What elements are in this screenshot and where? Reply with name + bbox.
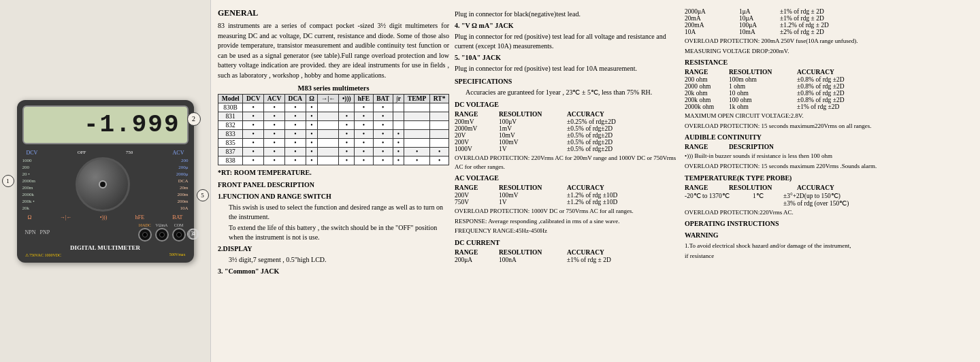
table-cell <box>318 121 339 130</box>
spec-cell: 2000k ohm <box>685 103 729 110</box>
table-cell: • <box>393 139 404 148</box>
jack-voma[interactable] <box>155 228 169 242</box>
warning-label-1: ⚠ 750VAC 1000VDC <box>25 252 62 257</box>
spec-cell: 100mV <box>499 139 567 146</box>
circle-label-5: 5 <box>197 189 209 201</box>
col-dcv: DCV <box>243 95 264 103</box>
table-row: 832••••••• <box>218 121 449 130</box>
table-cell: • <box>373 103 393 112</box>
spec-cell: 20mA <box>685 15 739 22</box>
acv-750-label: 750 <box>126 150 133 156</box>
table-cell: • <box>306 157 317 165</box>
jack3-body: Plug in connector for black(negative)tes… <box>455 10 679 19</box>
table-cell: • <box>243 112 264 121</box>
spec-cell: ±1% of rdg ± 2D <box>780 8 943 15</box>
npn-label: NPN <box>25 229 36 235</box>
dc-h-res: RESOLUTION <box>499 249 567 256</box>
spec-row: 2000 ohm1 ohm±0.8% of rdg ±2D <box>685 83 943 90</box>
table-cell: • <box>284 157 306 165</box>
jack-10a[interactable] <box>138 228 152 242</box>
col-dca: DCA <box>284 95 306 103</box>
multimeter-display: -1.999 <box>22 105 189 144</box>
spec-row: 20k ohm10 ohm±0.8% of rdg ±2D <box>685 90 943 97</box>
dc-h-acc: ACCURACY <box>567 249 679 256</box>
warning1: 1.To avoid electrical shock hazard and/o… <box>685 242 943 250</box>
table-cell <box>430 130 449 139</box>
temp-row: -20℃ to 1370℃1℃±3°+2D(up to 150℃) <box>685 192 943 199</box>
table-cell: • <box>339 139 355 148</box>
spec-cell: 200mA <box>685 22 739 29</box>
spec-row: 2000mV1mV±0.5% of rdg±2D <box>455 125 679 132</box>
rt-note: *RT: ROOM TEMPERATURE. <box>218 168 449 178</box>
range-2000u: 2000μ <box>163 171 189 177</box>
spec-row: 200V100mV±0.5% of rdg±2D <box>455 139 679 146</box>
range-20m: 20m <box>163 185 189 191</box>
dv-h-acc: ACCURACY <box>567 111 679 118</box>
accuracy-note: Accuracies are guranteed for 1year , 23℃… <box>466 88 679 97</box>
col-diode: →|← <box>318 95 339 103</box>
table-cell: • <box>355 112 374 121</box>
temp-cell <box>753 199 783 207</box>
spec-row: 1000V1V±0.5% of rdg±2D <box>455 146 679 152</box>
t-h-range: RANGE <box>685 184 729 191</box>
t-h-acc: ACCURACY <box>797 184 943 191</box>
table-cell: • <box>393 130 404 139</box>
av-h-acc: ACCURACY <box>567 184 679 191</box>
table-row: 837•••••••••• <box>218 148 449 157</box>
range-200m-r: 200m <box>163 192 189 197</box>
table-cell: • <box>243 103 264 112</box>
spec-cell: ±0.5% of rdg±2D <box>567 139 679 146</box>
continuity-desc: •))) Built-in buzzer sounds if resistanc… <box>685 152 943 161</box>
range-2000m: 2000m <box>22 178 43 184</box>
table-cell <box>318 112 339 121</box>
table-cell: • <box>355 121 374 130</box>
warning-title: WARNING <box>685 231 943 240</box>
spec-cell: ±1% of rdg ± 2D <box>780 15 943 22</box>
table-cell: • <box>339 130 355 139</box>
spec-cell: 100m ohm <box>729 76 797 83</box>
general-column: GENERAL 83 instruments are a series of c… <box>218 8 449 354</box>
table-row: 831••••••• <box>218 112 449 121</box>
spec-row: 200μA100nA±1% of rdg ± 2D <box>455 257 679 263</box>
multimeter-body: -1.999 2 DCV OFF 750 ACV 1000 200 20 • 2 <box>17 100 194 263</box>
jack-com[interactable] <box>172 228 186 242</box>
spec-cell: 2000μA <box>685 8 739 15</box>
r-h-range: RANGE <box>685 69 729 76</box>
range-200u: 200μ <box>163 165 189 170</box>
table-cell <box>404 130 430 139</box>
table-cell <box>393 112 404 121</box>
spec-cell: ±0.8% of rdg ±2D <box>797 97 943 103</box>
dv-h-range: RANGE <box>455 111 499 118</box>
ac-freq: FREQUENCY RANGE:45Hz-450Hz <box>455 227 679 235</box>
ac-voltage-title: AC VOLTAGE <box>455 174 679 183</box>
transistor-selector: NPN PNP <box>25 229 50 235</box>
pnp-label: PNP <box>40 229 50 235</box>
item2-body: 3½ digit,7 segment , 0.5"high LCD. <box>229 255 449 265</box>
spec-cell: 10A <box>685 29 739 35</box>
table-cell <box>318 157 339 165</box>
table-cell: • <box>306 112 317 121</box>
spec-cell: 200k ohm <box>685 97 729 103</box>
table-cell: • <box>264 148 285 157</box>
resistance-headers: RANGE RESOLUTION ACCURACY <box>685 69 943 76</box>
circle-label-1: 1 <box>2 175 14 187</box>
col-ohm: Ω <box>306 95 317 103</box>
table-cell: • <box>306 148 317 157</box>
table-row: 838•••••••••• <box>218 157 449 165</box>
spec-cell: ±1% of rdg ±2D <box>797 103 943 110</box>
table-cell <box>404 103 430 112</box>
table-cell: • <box>243 121 264 130</box>
dial-knob[interactable] <box>76 157 130 212</box>
spec-cell: 100μA <box>739 22 780 29</box>
table-cell <box>430 121 449 130</box>
spec-cell: ±1.2% of rdg ±10D <box>567 199 679 205</box>
spec-cell: 1mV <box>499 125 567 132</box>
range-200k: 200k • <box>22 199 43 204</box>
table-cell: • <box>373 148 393 157</box>
general-body: 83 instruments are a series of compact p… <box>218 21 449 80</box>
table-cell <box>339 103 355 112</box>
ohm-label: Ω <box>28 214 32 220</box>
general-title: GENERAL <box>218 8 449 18</box>
range-1000: 1000 <box>22 158 43 163</box>
continuity-overload: OVERLOAD PROTECTION: 15 seconds maximum … <box>685 162 943 171</box>
